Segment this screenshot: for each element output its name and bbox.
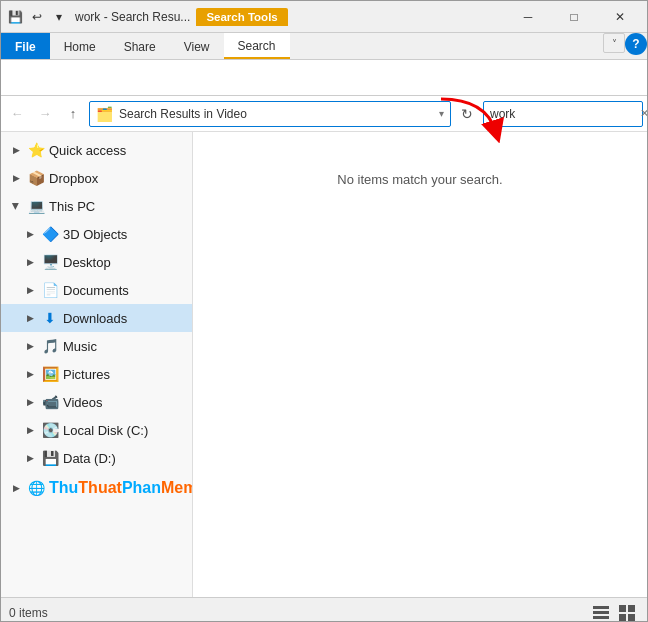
sidebar-item-videos[interactable]: ▶ 📹 Videos bbox=[1, 388, 192, 416]
tab-share[interactable]: Share bbox=[110, 33, 170, 59]
list-view-icon bbox=[592, 604, 610, 622]
title-bar-controls: ─ □ ✕ bbox=[505, 1, 643, 33]
sidebar-item-desktop[interactable]: ▶ 🖥️ Desktop bbox=[1, 248, 192, 276]
svg-rect-2 bbox=[593, 616, 609, 619]
chevron-icon-3d-objects: ▶ bbox=[23, 227, 37, 241]
status-item-count: 0 items bbox=[9, 606, 48, 620]
sidebar-item-pictures[interactable]: ▶ 🖼️ Pictures bbox=[1, 360, 192, 388]
title-bar-text: work - Search Resu... bbox=[75, 10, 190, 24]
tab-search[interactable]: Search bbox=[224, 33, 290, 59]
title-bar: 💾 ↩ ▾ work - Search Resu... Search Tools… bbox=[1, 1, 647, 33]
sidebar-item-dropbox[interactable]: ▶ 📦 Dropbox bbox=[1, 164, 192, 192]
svg-rect-4 bbox=[628, 605, 635, 612]
svg-rect-5 bbox=[619, 614, 626, 621]
chevron-icon-local-disk-c: ▶ bbox=[23, 423, 37, 437]
ribbon-body bbox=[1, 60, 647, 96]
qa-save-btn[interactable]: 💾 bbox=[5, 7, 25, 27]
view-buttons bbox=[589, 602, 639, 623]
sidebar-item-quick-access[interactable]: ▶ ⭐ Quick access bbox=[1, 136, 192, 164]
watermark-icon: 🌐 bbox=[27, 479, 45, 497]
chevron-icon-this-pc: ▶ bbox=[9, 199, 23, 213]
search-clear-button[interactable]: ✕ bbox=[640, 106, 648, 122]
watermark-text: ThuThuatPhanMem.vn bbox=[49, 479, 193, 497]
sidebar: ▶ ⭐ Quick access ▶ 📦 Dropbox ▶ 💻 This PC… bbox=[1, 132, 193, 597]
forward-button[interactable]: → bbox=[33, 102, 57, 126]
address-text: Search Results in Video bbox=[119, 107, 433, 121]
chevron-icon-dropbox: ▶ bbox=[9, 171, 23, 185]
chevron-icon-data-d: ▶ bbox=[23, 451, 37, 465]
search-input[interactable] bbox=[490, 107, 640, 121]
details-view-icon bbox=[618, 604, 636, 622]
chevron-icon-documents: ▶ bbox=[23, 283, 37, 297]
ribbon-nav-tabs: File Home Share View Search ˅ ? bbox=[1, 33, 647, 60]
ribbon-tab-spacer bbox=[290, 33, 603, 59]
svg-rect-6 bbox=[628, 614, 635, 621]
music-icon: 🎵 bbox=[41, 337, 59, 355]
sidebar-label-pictures: Pictures bbox=[63, 367, 110, 382]
address-folder-icon: 🗂️ bbox=[96, 106, 113, 122]
address-field[interactable]: 🗂️ Search Results in Video ▾ bbox=[89, 101, 451, 127]
desktop-icon: 🖥️ bbox=[41, 253, 59, 271]
expand-ribbon-btn[interactable]: ˅ bbox=[603, 33, 625, 53]
chevron-icon-videos: ▶ bbox=[23, 395, 37, 409]
sidebar-item-3d-objects[interactable]: ▶ 🔷 3D Objects bbox=[1, 220, 192, 248]
videos-icon: 📹 bbox=[41, 393, 59, 411]
3d-objects-icon: 🔷 bbox=[41, 225, 59, 243]
sidebar-item-music[interactable]: ▶ 🎵 Music bbox=[1, 332, 192, 360]
status-bar: 0 items bbox=[1, 597, 647, 622]
this-pc-icon: 💻 bbox=[27, 197, 45, 215]
up-button[interactable]: ↑ bbox=[61, 102, 85, 126]
sidebar-label-data-d: Data (D:) bbox=[63, 451, 116, 466]
data-d-icon: 💾 bbox=[41, 449, 59, 467]
dropbox-icon: 📦 bbox=[27, 169, 45, 187]
sidebar-label-this-pc: This PC bbox=[49, 199, 95, 214]
documents-icon: 📄 bbox=[41, 281, 59, 299]
sidebar-label-music: Music bbox=[63, 339, 97, 354]
svg-rect-3 bbox=[619, 605, 626, 612]
local-disk-c-icon: 💽 bbox=[41, 421, 59, 439]
chevron-icon-watermark: ▶ bbox=[9, 481, 23, 495]
no-items-message: No items match your search. bbox=[337, 172, 502, 187]
sidebar-label-downloads: Downloads bbox=[63, 311, 127, 326]
sidebar-label-videos: Videos bbox=[63, 395, 103, 410]
content-area: No items match your search. bbox=[193, 132, 647, 597]
back-button[interactable]: ← bbox=[5, 102, 29, 126]
sidebar-label-local-disk-c: Local Disk (C:) bbox=[63, 423, 148, 438]
chevron-icon-desktop: ▶ bbox=[23, 255, 37, 269]
sidebar-item-local-disk-c[interactable]: ▶ 💽 Local Disk (C:) bbox=[1, 416, 192, 444]
red-arrow-indicator bbox=[431, 94, 511, 154]
sidebar-label-3d-objects: 3D Objects bbox=[63, 227, 127, 242]
sidebar-label-dropbox: Dropbox bbox=[49, 171, 98, 186]
quick-access-icon: ⭐ bbox=[27, 141, 45, 159]
tab-file[interactable]: File bbox=[1, 33, 50, 59]
watermark-thuat: Thuat bbox=[78, 479, 122, 496]
chevron-icon-pictures: ▶ bbox=[23, 367, 37, 381]
chevron-icon: ▶ bbox=[9, 143, 23, 157]
sidebar-item-this-pc[interactable]: ▶ 💻 This PC bbox=[1, 192, 192, 220]
tab-home[interactable]: Home bbox=[50, 33, 110, 59]
qa-undo-btn[interactable]: ↩ bbox=[27, 7, 47, 27]
tab-view[interactable]: View bbox=[170, 33, 224, 59]
restore-button[interactable]: □ bbox=[551, 1, 597, 33]
svg-rect-0 bbox=[593, 606, 609, 609]
sidebar-label-documents: Documents bbox=[63, 283, 129, 298]
chevron-icon-music: ▶ bbox=[23, 339, 37, 353]
qa-dropdown-btn[interactable]: ▾ bbox=[49, 7, 69, 27]
svg-rect-1 bbox=[593, 611, 609, 614]
sidebar-label-quick-access: Quick access bbox=[49, 143, 126, 158]
quick-access-toolbar: 💾 ↩ ▾ bbox=[5, 7, 69, 27]
view-list-button[interactable] bbox=[589, 602, 613, 623]
sidebar-watermark: ▶ 🌐 ThuThuatPhanMem.vn bbox=[1, 472, 192, 504]
sidebar-label-desktop: Desktop bbox=[63, 255, 111, 270]
sidebar-item-data-d[interactable]: ▶ 💾 Data (D:) bbox=[1, 444, 192, 472]
sidebar-item-downloads[interactable]: ▶ ⬇ Downloads bbox=[1, 304, 192, 332]
search-tools-badge[interactable]: Search Tools bbox=[196, 8, 287, 26]
close-button[interactable]: ✕ bbox=[597, 1, 643, 33]
help-button[interactable]: ? bbox=[625, 33, 647, 55]
downloads-icon: ⬇ bbox=[41, 309, 59, 327]
view-details-button[interactable] bbox=[615, 602, 639, 623]
minimize-button[interactable]: ─ bbox=[505, 1, 551, 33]
sidebar-item-documents[interactable]: ▶ 📄 Documents bbox=[1, 276, 192, 304]
title-bar-left: 💾 ↩ ▾ work - Search Resu... Search Tools bbox=[5, 7, 288, 27]
pictures-icon: 🖼️ bbox=[41, 365, 59, 383]
